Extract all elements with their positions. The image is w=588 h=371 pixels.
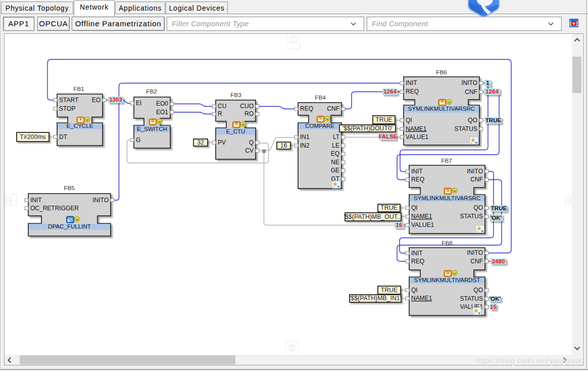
svg-text:SYMLINKMULTIVARSRC: SYMLINKMULTIVARSRC <box>408 105 475 112</box>
svg-text:Q: Q <box>249 139 254 146</box>
svg-text:INITO: INITO <box>467 249 483 256</box>
svg-text:LT: LT <box>333 133 340 141</box>
svg-text:QI: QI <box>411 287 418 294</box>
svg-text:NAME1: NAME1 <box>411 213 432 220</box>
svg-text:'OK': 'OK' <box>489 296 501 302</box>
svg-text:REQ: REQ <box>411 176 424 183</box>
svg-text:'$${PATH}MB_IN1': '$${PATH}MB_IN1' <box>350 295 401 302</box>
svg-text:VALUE1: VALUE1 <box>411 221 434 228</box>
svg-text:'$${PATH}MB_OUT...: '$${PATH}MB_OUT... <box>344 213 402 220</box>
svg-text:INIT: INIT <box>411 168 423 175</box>
svg-text:STATUS: STATUS <box>454 125 477 132</box>
svg-text:OC_RETRIGGER: OC_RETRIGGER <box>30 205 79 212</box>
svg-text:QO: QO <box>468 117 477 124</box>
svg-text:DPAC_FULLINT: DPAC_FULLINT <box>48 223 91 229</box>
svg-text:G: G <box>319 116 322 120</box>
svg-text:GE: GE <box>331 167 339 174</box>
svg-text:FB2: FB2 <box>146 88 157 95</box>
svg-text:IN1: IN1 <box>300 133 310 141</box>
svg-text:E_CTU: E_CTU <box>226 128 245 134</box>
svg-text:s: s <box>79 117 81 121</box>
svg-text:START: START <box>59 97 79 104</box>
svg-text:STATUS: STATUS <box>460 213 483 220</box>
svg-text:1303: 1303 <box>109 97 122 103</box>
svg-text:G: G <box>447 270 450 275</box>
svg-text:FB7: FB7 <box>441 157 452 164</box>
svg-text:EQ: EQ <box>331 150 339 157</box>
svg-text:COMPARE: COMPARE <box>305 122 334 129</box>
svg-text:G: G <box>235 121 238 126</box>
svg-text:CNF: CNF <box>327 105 339 112</box>
svg-text:REQ: REQ <box>411 258 424 265</box>
svg-text:INIT: INIT <box>30 197 42 204</box>
svg-text:G: G <box>441 99 444 104</box>
svg-text:QI: QI <box>406 117 412 124</box>
svg-text:QO: QO <box>473 204 483 211</box>
svg-text:NE: NE <box>331 159 339 166</box>
svg-text:TRUE: TRUE <box>381 287 398 294</box>
svg-text:IN2: IN2 <box>300 142 310 149</box>
svg-text:'OK': 'OK' <box>491 215 502 221</box>
svg-text:16: 16 <box>280 142 287 149</box>
svg-text:INITO: INITO <box>92 197 109 204</box>
svg-text:RO: RO <box>244 110 254 117</box>
svg-text:CNF: CNF <box>465 88 477 96</box>
svg-text:CV: CV <box>245 147 254 154</box>
svg-text:VALUE1: VALUE1 <box>406 133 428 141</box>
svg-text:15: 15 <box>490 304 497 310</box>
svg-text:'$${PATH}DOUT0': '$${PATH}DOUT0' <box>342 125 393 132</box>
svg-text:EI: EI <box>136 100 141 107</box>
svg-text:FB5: FB5 <box>64 184 75 192</box>
svg-text:CNF: CNF <box>470 176 483 183</box>
svg-text:INIT: INIT <box>406 79 417 86</box>
svg-text:G: G <box>447 188 450 193</box>
svg-text:1264: 1264 <box>383 88 397 95</box>
svg-text:SYMLINKMULTIVARSRC: SYMLINKMULTIVARSRC <box>414 195 480 201</box>
svg-text:QO: QO <box>473 287 483 294</box>
svg-text:EO1: EO1 <box>156 109 168 116</box>
svg-text:TRUE: TRUE <box>485 117 502 123</box>
svg-text:FALSE: FALSE <box>378 133 397 140</box>
svg-text:32: 32 <box>197 139 204 146</box>
svg-text:16: 16 <box>396 222 403 228</box>
svg-text:NAME1: NAME1 <box>411 295 432 302</box>
svg-text:PV: PV <box>218 139 226 146</box>
svg-text:INITO: INITO <box>461 79 477 86</box>
svg-text:FB8: FB8 <box>442 240 453 247</box>
svg-text:TRUE: TRUE <box>380 204 397 211</box>
svg-text:CNF: CNF <box>470 258 483 265</box>
svg-text:2480: 2480 <box>492 258 505 264</box>
svg-text:REQ: REQ <box>300 105 313 112</box>
svg-text:CUO: CUO <box>240 103 254 110</box>
svg-text:STOP: STOP <box>59 105 75 112</box>
svg-text:FB4: FB4 <box>315 94 326 101</box>
svg-text:INIT: INIT <box>411 250 423 257</box>
svg-text:REQ: REQ <box>406 88 419 95</box>
svg-text:DT: DT <box>59 133 68 141</box>
svg-text:FB1: FB1 <box>73 85 84 92</box>
svg-text:TRUE: TRUE <box>491 205 507 211</box>
svg-text:EO: EO <box>92 97 101 104</box>
svg-text:CU: CU <box>218 103 226 110</box>
svg-text:R: R <box>218 110 222 117</box>
svg-text:G: G <box>152 119 155 123</box>
svg-text:SYMLINKMULTIVARDST: SYMLINKMULTIVARDST <box>414 276 480 283</box>
svg-text:G: G <box>136 136 140 144</box>
svg-text:1: 1 <box>486 80 489 86</box>
svg-text:FB6: FB6 <box>436 69 447 76</box>
svg-text:FB3: FB3 <box>230 91 241 99</box>
svg-text:QI: QI <box>411 204 418 211</box>
svg-text:TRUE: TRUE <box>375 116 392 123</box>
svg-text:E_SWITCH: E_SWITCH <box>137 125 167 132</box>
svg-text:NAME1: NAME1 <box>406 125 427 132</box>
svg-text:T#200ms: T#200ms <box>20 133 45 141</box>
svg-text:LE: LE <box>332 142 339 149</box>
svg-text:1264: 1264 <box>485 88 499 95</box>
svg-text:INITO: INITO <box>467 168 483 175</box>
svg-text:EO0: EO0 <box>156 100 168 107</box>
svg-text:STATUS: STATUS <box>460 295 483 302</box>
